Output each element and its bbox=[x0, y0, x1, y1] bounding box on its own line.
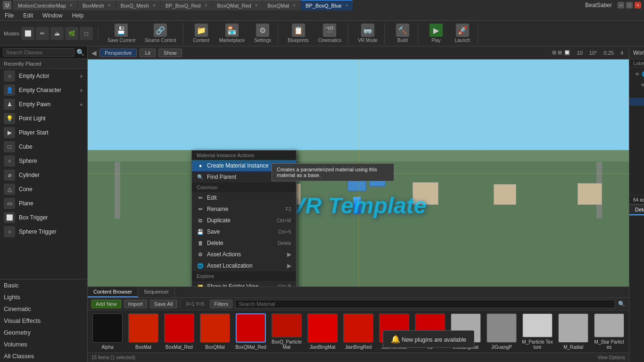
tool-mode-2[interactable]: ✏ bbox=[36, 27, 49, 40]
outliner-item-cube15[interactable]: 👁 ⬜ EditorCube15 StaticMeshActor bbox=[629, 162, 644, 170]
asset-boxqmat-red[interactable]: BoxQMat_Red bbox=[235, 313, 267, 350]
outliner-item-cube13[interactable]: 👁 ⬜ EditorCube13 StaticMeshActor bbox=[629, 146, 644, 154]
ctx-asset-actions[interactable]: ⚙ Asset Actions ▶ bbox=[192, 249, 296, 260]
class-item-cube[interactable]: □ Cube bbox=[0, 140, 87, 154]
menu-window[interactable]: Window bbox=[41, 11, 65, 20]
tab-0[interactable]: MotionControllerMap× bbox=[13, 0, 77, 10]
asset-boxq-particle[interactable]: BoxQ_Particle Mat bbox=[271, 313, 303, 350]
outliner-item-bp-pickup[interactable]: 👁 ⬜ BP_PickupCube Edit BP_PickupCube bbox=[629, 98, 644, 106]
settings-button[interactable]: ⚙ Settings bbox=[250, 22, 275, 45]
nav-lights[interactable]: Lights bbox=[0, 291, 87, 303]
perspective-button[interactable]: Perspective bbox=[99, 49, 137, 57]
tab-4[interactable]: BoxQMat_Red× bbox=[212, 0, 262, 10]
ctx-asset-localization[interactable]: 🌐 Asset Localization ▶ bbox=[192, 260, 296, 271]
class-item-empty-character[interactable]: 👤 Empty Character ★ bbox=[0, 83, 87, 97]
asset-jianbingred[interactable]: JianBingRed bbox=[342, 313, 374, 350]
outliner-item-cube16[interactable]: 👁 ⬜ EditorCube16 StaticMeshActor bbox=[629, 170, 644, 178]
outliner-item-cube14[interactable]: 👁 ⬜ EditorCube14 StaticMeshActor bbox=[629, 154, 644, 162]
outliner-item-cube12[interactable]: 👁 ⬜ EditorCube12 StaticMeshActor bbox=[629, 138, 644, 146]
ctx-show-folder[interactable]: 📁 Show in Folder View Ctrl+B bbox=[192, 281, 296, 286]
tool-mode-4[interactable]: 🌿 bbox=[65, 27, 78, 40]
class-item-plane[interactable]: ▭ Plane bbox=[0, 196, 87, 210]
build-button[interactable]: 🔨 Build bbox=[390, 22, 415, 45]
asset-boxqmat[interactable]: BoxQMat bbox=[199, 313, 231, 350]
minimize-button[interactable]: ─ bbox=[618, 2, 624, 8]
details-tab-details[interactable]: Details bbox=[629, 205, 644, 215]
outliner-item-motioncontrollermap[interactable]: 👁 🌐 MotionControllerMap (Editor) World bbox=[629, 67, 644, 81]
class-item-empty-pawn[interactable]: ♟ Empty Pawn ★ bbox=[0, 97, 87, 111]
launch-button[interactable]: 🚀 Launch bbox=[450, 22, 475, 45]
tab-2[interactable]: BoxQ_Mesh× bbox=[116, 0, 160, 10]
filters-button[interactable]: Filters bbox=[210, 300, 232, 308]
cinematics-button[interactable]: 🎬 Cinematics bbox=[314, 22, 345, 45]
outliner-item-cube10[interactable]: 👁 ⬜ EditorCube10 StaticMeshActor bbox=[629, 122, 644, 130]
tab-5[interactable]: BoxQMat× bbox=[263, 0, 300, 10]
outliner-item-cubes[interactable]: 👁 📁 Cubes Folder bbox=[629, 89, 644, 98]
blueprints-button[interactable]: 📋 Blueprints bbox=[284, 22, 312, 45]
class-item-player-start[interactable]: ▶ Player Start bbox=[0, 126, 87, 140]
cb-tab-sequencer[interactable]: Sequencer bbox=[138, 287, 175, 297]
outliner-item-cube11[interactable]: 👁 ⬜ EditorCube11 StaticMeshActor bbox=[629, 130, 644, 138]
nav-visual-effects[interactable]: Visual Effects bbox=[0, 315, 87, 327]
ctx-delete[interactable]: 🗑 Delete Delete bbox=[192, 237, 296, 249]
tab-6[interactable]: BP_BoxQ_Blue× bbox=[301, 0, 353, 10]
nav-cinematic[interactable]: Cinematic bbox=[0, 303, 87, 315]
outliner-item-cube9[interactable]: 👁 ⬜ EditorCube9 StaticMeshActor bbox=[629, 114, 644, 122]
play-button[interactable]: ▶ Play bbox=[424, 22, 448, 45]
tool-mode-1[interactable]: ⬜ bbox=[21, 27, 34, 40]
class-item-point-light[interactable]: 💡 Point Light bbox=[0, 111, 87, 126]
menu-help[interactable]: Help bbox=[70, 11, 86, 20]
ctx-rename[interactable]: ✏ Rename F2 bbox=[192, 203, 296, 215]
class-item-box-trigger[interactable]: ⬜ Box Trigger bbox=[0, 210, 87, 225]
cb-search-input[interactable] bbox=[235, 300, 615, 308]
save-current-button[interactable]: 💾 Save Current bbox=[104, 22, 139, 45]
class-item-sphere-trigger[interactable]: ○ Sphere Trigger bbox=[0, 225, 87, 239]
close-button[interactable]: × bbox=[635, 2, 641, 8]
outliner-item-areageometry[interactable]: 👁 📁 ArenaGeometry Folder bbox=[629, 81, 644, 89]
add-new-button[interactable]: Add New bbox=[91, 300, 121, 308]
import-button[interactable]: Import bbox=[124, 300, 147, 308]
content-button[interactable]: 📁 Content bbox=[189, 22, 214, 45]
asset-m-star[interactable]: M_Star Particles bbox=[593, 313, 625, 350]
class-item-empty-actor[interactable]: ○ Empty Actor ★ bbox=[0, 69, 87, 83]
ctx-save[interactable]: 💾 Save Ctrl+S bbox=[192, 226, 296, 237]
ctx-edit[interactable]: ✏ Edit bbox=[192, 192, 296, 203]
class-item-sphere[interactable]: ○ Sphere bbox=[0, 154, 87, 168]
menu-file[interactable]: File bbox=[3, 11, 16, 20]
cb-search-icon[interactable]: 🔍 bbox=[618, 301, 625, 307]
asset-jiguangp[interactable]: JiGuangP bbox=[486, 313, 518, 350]
maximize-button[interactable]: □ bbox=[626, 2, 633, 8]
search-classes-input[interactable] bbox=[3, 48, 74, 57]
tool-mode-3[interactable]: ⛰ bbox=[50, 27, 64, 40]
class-item-cone[interactable]: △ Cone bbox=[0, 182, 87, 196]
marketplace-button[interactable]: 🏪 Marketplace bbox=[215, 22, 248, 45]
asset-alpha[interactable]: Alpha bbox=[91, 313, 124, 350]
lit-button[interactable]: Lit bbox=[140, 49, 156, 57]
nav-volumes[interactable]: Volumes bbox=[0, 338, 87, 350]
show-button[interactable]: Show bbox=[158, 49, 182, 57]
vr-mode-button[interactable]: 🥽 VR Mode bbox=[354, 22, 381, 45]
outliner-item-cube17[interactable]: 👁 ⬜ EditorCube17 StaticMeshActor bbox=[629, 178, 644, 186]
asset-boxmat[interactable]: BoxMat bbox=[127, 313, 159, 350]
tab-3[interactable]: BP_BoxQ_Red× bbox=[161, 0, 212, 10]
tab-1[interactable]: BoxMesh× bbox=[78, 0, 116, 10]
ctx-duplicate[interactable]: ⧉ Duplicate Ctrl+W bbox=[192, 215, 296, 226]
nav-basic[interactable]: Basic bbox=[0, 279, 87, 291]
cb-tab-content[interactable]: Content Browser bbox=[88, 287, 138, 297]
nav-geometry[interactable]: Geometry bbox=[0, 327, 87, 338]
empty-actor-shortcut: ★ bbox=[79, 74, 83, 79]
asset-boxmat-red[interactable]: BoxMat_Red bbox=[163, 313, 195, 350]
outliner-item-cube8[interactable]: 👁 ⬜ EditorCube8 StaticMeshActor bbox=[629, 106, 644, 114]
class-item-cylinder[interactable]: ⌀ Cylinder bbox=[0, 168, 87, 182]
asset-m-radial[interactable]: M_Radial bbox=[557, 313, 589, 350]
save-all-button[interactable]: Save All bbox=[150, 300, 177, 308]
menu-edit[interactable]: Edit bbox=[21, 11, 35, 20]
source-control-button[interactable]: 🔗 Source Control bbox=[141, 22, 180, 45]
asset-jianbingmat[interactable]: JianBingMat bbox=[306, 313, 339, 350]
nav-all-classes[interactable]: All Classes bbox=[0, 350, 87, 362]
view-options[interactable]: View Options bbox=[597, 355, 625, 360]
vp-nav-left[interactable]: ◀ bbox=[91, 49, 97, 57]
build-label: Build bbox=[397, 38, 408, 43]
asset-m-particle[interactable]: M_Particle Texture bbox=[521, 313, 553, 350]
tool-mode-5[interactable]: □ bbox=[80, 27, 93, 40]
